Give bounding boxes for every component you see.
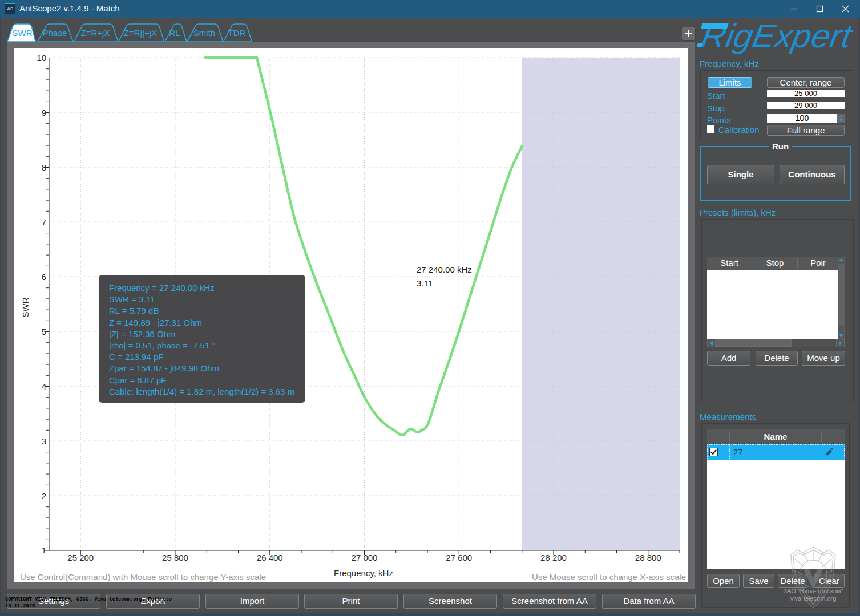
svg-text:28 200: 28 200 <box>540 553 567 562</box>
svg-text:6: 6 <box>42 272 46 282</box>
svg-text:C = 213.94 pF: C = 213.94 pF <box>109 352 163 362</box>
svg-text:3.11: 3.11 <box>417 278 433 288</box>
svg-text:28 800: 28 800 <box>635 553 661 562</box>
svg-text:9: 9 <box>42 108 46 117</box>
svg-text:Z=R||+jX: Z=R||+jX <box>124 28 158 38</box>
svg-text:8: 8 <box>42 163 46 172</box>
svg-text:Z=R+jX: Z=R+jX <box>81 28 110 38</box>
svg-text:SWR = 3.11: SWR = 3.11 <box>109 294 155 304</box>
svg-text:1: 1 <box>42 545 46 555</box>
svg-text:Z = 149.89 - j27.31 Ohm: Z = 149.89 - j27.31 Ohm <box>109 318 202 327</box>
svg-text:Zpar = 154.87 - j849.98 Ohm: Zpar = 154.87 - j849.98 Ohm <box>109 363 219 373</box>
svg-text:3: 3 <box>42 436 46 446</box>
svg-text:Smith: Smith <box>193 28 215 38</box>
svg-text:Frequency, kHz: Frequency, kHz <box>334 568 393 578</box>
svg-text:Use Mouse scroll to change X-a: Use Mouse scroll to change X-axis scale <box>532 572 686 582</box>
svg-text:SWR: SWR <box>13 28 33 38</box>
svg-text:Use Control(Command) with Mous: Use Control(Command) with Mouse scroll t… <box>20 572 266 582</box>
svg-text:Cable: length(1/4) = 1.82 m, l: Cable: length(1/4) = 1.82 m, length(1/2)… <box>109 387 294 396</box>
svg-text:4: 4 <box>42 382 46 391</box>
svg-text:7: 7 <box>42 217 46 227</box>
svg-text:|rho| = 0.51, phase = -7.51 °: |rho| = 0.51, phase = -7.51 ° <box>109 341 215 350</box>
svg-text:SWR: SWR <box>21 297 30 317</box>
svg-text:|Z| = 152.36 Ohm: |Z| = 152.36 Ohm <box>109 329 176 339</box>
svg-text:27 240.00 kHz: 27 240.00 kHz <box>417 265 472 274</box>
svg-text:27 000: 27 000 <box>352 553 378 562</box>
svg-text:2: 2 <box>42 491 46 501</box>
svg-text:10: 10 <box>37 53 46 63</box>
svg-text:27 600: 27 600 <box>446 553 472 562</box>
svg-text:5: 5 <box>42 327 46 337</box>
svg-text:RL = 5.79 dB: RL = 5.79 dB <box>109 306 159 315</box>
svg-text:Frequency = 27 240.00 kHz: Frequency = 27 240.00 kHz <box>109 283 215 293</box>
svg-text:Phase: Phase <box>43 28 67 38</box>
svg-text:25 200: 25 200 <box>67 553 94 562</box>
svg-text:RL: RL <box>169 28 180 38</box>
svg-text:25 800: 25 800 <box>162 553 188 562</box>
svg-text:TDR: TDR <box>228 28 246 38</box>
svg-text:Cpar = 6.87 pF: Cpar = 6.87 pF <box>109 375 166 385</box>
svg-text:26 400: 26 400 <box>257 553 283 562</box>
